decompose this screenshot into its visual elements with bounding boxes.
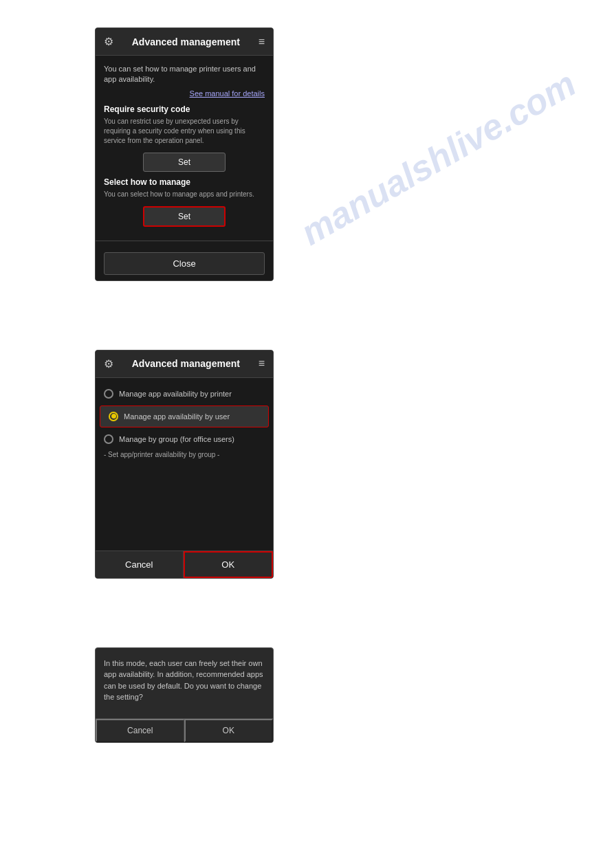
section-security: Require security code You can restrict u… xyxy=(104,104,265,172)
dialog-header-1: ⚙ Advanced management ≡ xyxy=(96,28,273,56)
close-button-1[interactable]: Close xyxy=(104,252,265,275)
option-by-group-label: Manage by group (for office users) xyxy=(119,435,234,443)
dialog-title-1: Advanced management xyxy=(120,36,252,47)
dialog-confirm: In this mode, each user can freely set t… xyxy=(95,647,274,743)
option-by-printer-label: Manage app availability by printer xyxy=(119,390,232,398)
options-container: Manage app availability by printer Manag… xyxy=(96,378,273,468)
gear-icon-1: ⚙ xyxy=(104,35,113,48)
option-by-group-container: Manage by group (for office users) - Set… xyxy=(96,429,273,458)
section-manage-title: Select how to manage xyxy=(104,177,265,187)
page-container: ⚙ Advanced management ≡ You can set how … xyxy=(0,0,614,868)
confirm-cancel-button[interactable]: Cancel xyxy=(96,719,184,742)
option-by-user-label: Manage app availability by user xyxy=(124,412,230,421)
menu-icon-1[interactable]: ≡ xyxy=(259,36,265,48)
dialog-spacer xyxy=(96,468,273,550)
confirm-text: In this mode, each user can freely set t… xyxy=(104,658,265,703)
dialog-btn-row-2: Cancel OK xyxy=(96,550,273,578)
section-manage-desc: You can select how to manage apps and pr… xyxy=(104,190,265,199)
section-manage: Select how to manage You can select how … xyxy=(104,177,265,227)
ok-button-2[interactable]: OK xyxy=(184,551,274,578)
dialog-body-1: You can set how to manage printer users … xyxy=(96,56,273,241)
set-button-manage[interactable]: Set xyxy=(143,206,226,227)
option-by-printer[interactable]: Manage app availability by printer xyxy=(96,383,273,404)
confirm-ok-button[interactable]: OK xyxy=(184,719,274,742)
dialog-header-2: ⚙ Advanced management ≡ xyxy=(96,350,273,378)
intro-text-1: You can set how to manage printer users … xyxy=(104,64,265,85)
radio-by-group[interactable] xyxy=(104,434,113,444)
radio-by-printer[interactable] xyxy=(104,389,113,399)
manual-link-1[interactable]: See manual for details xyxy=(104,89,265,98)
menu-icon-2[interactable]: ≡ xyxy=(259,357,265,370)
dialog-title-2: Advanced management xyxy=(120,358,252,369)
section-security-desc: You can restrict use by unexpected users… xyxy=(104,117,265,146)
dialog-advanced-management-1: ⚙ Advanced management ≡ You can set how … xyxy=(95,27,274,281)
option-by-user[interactable]: Manage app availability by user xyxy=(100,405,269,427)
dialog-advanced-management-2: ⚙ Advanced management ≡ Manage app avail… xyxy=(95,350,274,579)
dialog-footer-1: Close xyxy=(96,241,273,280)
gear-icon-2: ⚙ xyxy=(104,357,113,370)
confirm-btn-row: Cancel OK xyxy=(96,718,273,742)
cancel-button-2[interactable]: Cancel xyxy=(96,551,184,578)
option-by-group[interactable]: Manage by group (for office users) xyxy=(96,429,273,449)
section-security-title: Require security code xyxy=(104,104,265,114)
confirm-body: In this mode, each user can freely set t… xyxy=(96,648,273,718)
set-button-security[interactable]: Set xyxy=(143,153,226,172)
option-by-group-sublabel: - Set app/printer availability by group … xyxy=(96,451,273,458)
radio-by-user[interactable] xyxy=(109,412,118,421)
